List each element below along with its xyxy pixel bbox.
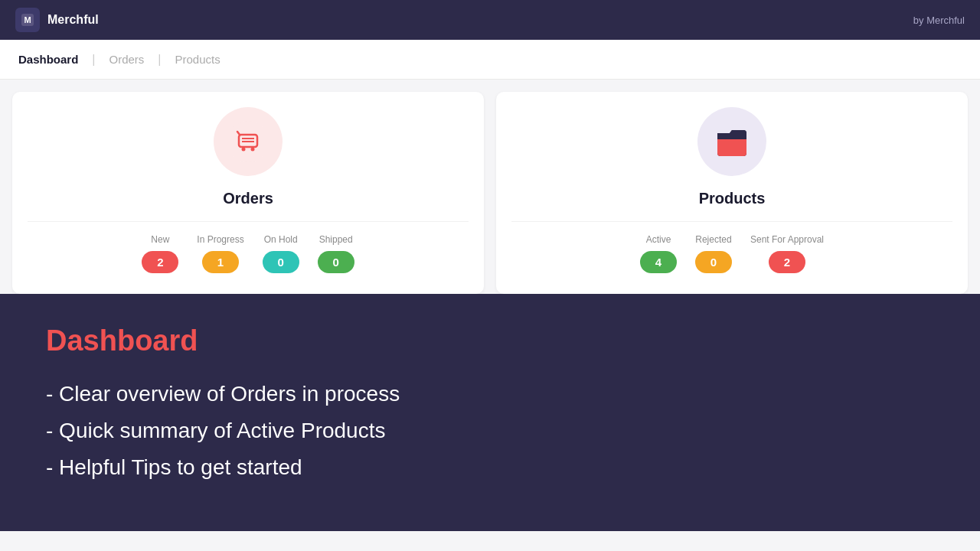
orders-icon-circle	[214, 107, 283, 176]
stat-new-label: New	[151, 234, 169, 245]
stat-sent-badge: 2	[769, 251, 805, 273]
stat-shipped-badge: 0	[318, 251, 354, 273]
nav-separator-2: |	[158, 53, 161, 67]
header: M Merchful by Merchful	[0, 0, 980, 40]
stat-shipped-label: Shipped	[319, 234, 353, 245]
svg-text:M: M	[24, 15, 31, 24]
main-content: Orders New 2 In Progress 1 On Hold 0 Shi…	[0, 80, 980, 531]
stat-onhold: On Hold 0	[263, 234, 299, 273]
svg-point-6	[242, 148, 246, 152]
nav-item-products[interactable]: Products	[172, 53, 224, 66]
stat-sent-approval: Sent For Approval 2	[750, 234, 824, 273]
nav-item-orders[interactable]: Orders	[106, 53, 148, 66]
stat-new: New 2	[142, 234, 178, 273]
products-card-divider	[511, 221, 952, 222]
stat-rejected-label: Rejected	[695, 234, 731, 245]
folder-icon	[710, 119, 754, 164]
bottom-list-item-2: - Quick summary of Active Products	[46, 419, 934, 443]
cards-row: Orders New 2 In Progress 1 On Hold 0 Shi…	[0, 80, 980, 294]
logo: M Merchful	[15, 8, 99, 32]
products-icon-circle	[697, 107, 766, 176]
products-card: Products Active 4 Rejected 0 Sent For Ap…	[496, 92, 968, 294]
bottom-list-item-3: - Helpful Tips to get started	[46, 455, 934, 480]
stat-active-label: Active	[646, 234, 671, 245]
cart-icon	[227, 121, 269, 162]
stat-inprogress-badge: 1	[202, 251, 239, 273]
nav-separator-1: |	[92, 53, 95, 67]
stat-inprogress: In Progress 1	[197, 234, 243, 273]
stat-onhold-badge: 0	[263, 251, 299, 273]
header-byline: by Merchful	[913, 15, 965, 26]
stat-sent-label: Sent For Approval	[750, 234, 824, 245]
bottom-section: Dashboard - Clear overview of Orders in …	[0, 294, 980, 531]
stat-rejected: Rejected 0	[695, 234, 732, 273]
stat-rejected-badge: 0	[695, 251, 732, 273]
bottom-list-item-1: - Clear overview of Orders in process	[46, 382, 934, 406]
stat-new-badge: 2	[142, 251, 178, 273]
stat-active-badge: 4	[640, 251, 677, 273]
stat-inprogress-label: In Progress	[197, 234, 243, 245]
bottom-list: - Clear overview of Orders in process - …	[46, 382, 934, 480]
products-card-title: Products	[699, 190, 766, 207]
logo-text: Merchful	[47, 13, 99, 27]
stat-shipped: Shipped 0	[318, 234, 354, 273]
logo-icon: M	[15, 8, 40, 32]
bottom-title: Dashboard	[46, 324, 934, 357]
nav-item-dashboard[interactable]: Dashboard	[15, 53, 81, 66]
nav: Dashboard | Orders | Products	[0, 40, 980, 80]
stat-active: Active 4	[640, 234, 677, 273]
orders-card-divider	[28, 221, 469, 222]
orders-card-stats: New 2 In Progress 1 On Hold 0 Shipped 0	[28, 234, 469, 273]
orders-card: Orders New 2 In Progress 1 On Hold 0 Shi…	[12, 92, 484, 294]
svg-point-7	[251, 148, 255, 152]
orders-card-title: Orders	[223, 190, 273, 207]
products-card-stats: Active 4 Rejected 0 Sent For Approval 2	[511, 234, 952, 273]
stat-onhold-label: On Hold	[264, 234, 298, 245]
